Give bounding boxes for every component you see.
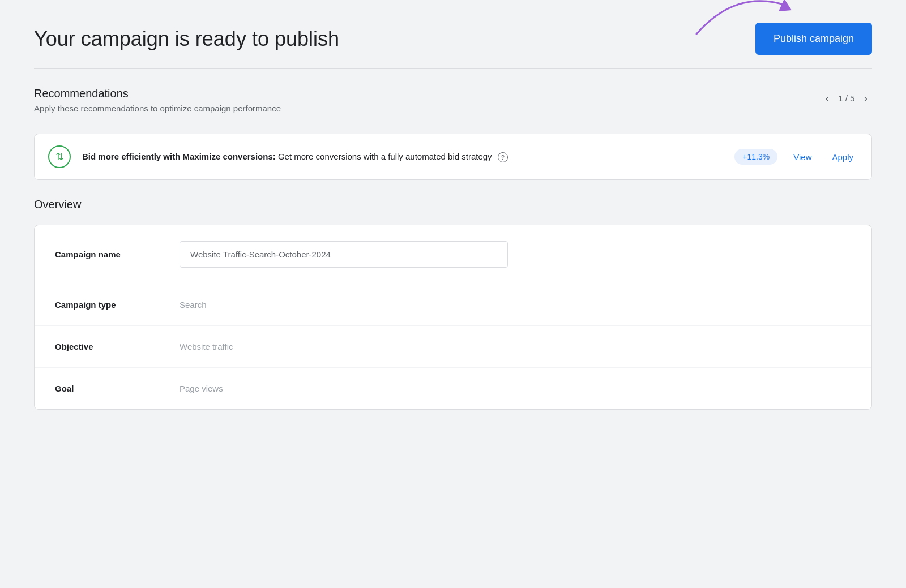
- header-divider: [34, 68, 872, 69]
- pagination-next-button[interactable]: ›: [859, 89, 872, 107]
- campaign-name-label: Campaign name: [55, 250, 180, 259]
- recommendations-section: Recommendations Apply these recommendati…: [34, 87, 872, 180]
- help-icon[interactable]: ?: [498, 152, 508, 162]
- header-section: Your campaign is ready to publish Publis…: [34, 23, 872, 55]
- decorative-arrow: [691, 0, 804, 40]
- recommendation-badge: +11.3%: [734, 149, 777, 165]
- objective-label: Objective: [55, 342, 180, 351]
- table-row: Campaign name: [35, 225, 871, 284]
- page-title: Your campaign is ready to publish: [34, 27, 339, 51]
- recommendations-header: Recommendations Apply these recommendati…: [34, 87, 872, 125]
- table-row: Goal Page views: [35, 368, 871, 409]
- apply-recommendation-button[interactable]: Apply: [827, 150, 858, 164]
- view-recommendation-button[interactable]: View: [789, 150, 816, 164]
- goal-value: Page views: [180, 384, 223, 393]
- bid-strategy-icon: ⇅: [48, 145, 71, 168]
- recommendation-text-regular: Get more conversions with a fully automa…: [278, 152, 492, 161]
- table-row: Campaign type Search: [35, 284, 871, 326]
- overview-section: Overview Campaign name Campaign type Sea…: [34, 198, 872, 410]
- recommendations-title-block: Recommendations Apply these recommendati…: [34, 87, 820, 125]
- recommendation-text: Bid more efficiently with Maximize conve…: [82, 151, 723, 164]
- campaign-type-label: Campaign type: [55, 300, 180, 310]
- svg-marker-0: [779, 0, 792, 11]
- table-row: Objective Website traffic: [35, 326, 871, 368]
- recommendations-subtitle: Apply these recommendations to optimize …: [34, 104, 820, 113]
- pagination-display: 1 / 5: [838, 93, 854, 103]
- goal-label: Goal: [55, 384, 180, 393]
- pagination-prev-button[interactable]: ‹: [820, 89, 834, 107]
- objective-value: Website traffic: [180, 342, 233, 351]
- overview-card: Campaign name Campaign type Search Objec…: [34, 225, 872, 410]
- publish-btn-container: Publish campaign: [755, 23, 872, 55]
- campaign-name-input[interactable]: [180, 241, 508, 268]
- recommendation-actions: +11.3% View Apply: [734, 149, 858, 165]
- overview-title: Overview: [34, 198, 872, 211]
- recommendations-title: Recommendations: [34, 87, 820, 100]
- page-container: Your campaign is ready to publish Publis…: [0, 0, 906, 588]
- campaign-type-value: Search: [180, 300, 207, 310]
- recommendation-text-bold: Bid more efficiently with Maximize conve…: [82, 152, 276, 161]
- pagination-controls: ‹ 1 / 5 ›: [820, 87, 872, 107]
- recommendation-card: ⇅ Bid more efficiently with Maximize con…: [34, 134, 872, 180]
